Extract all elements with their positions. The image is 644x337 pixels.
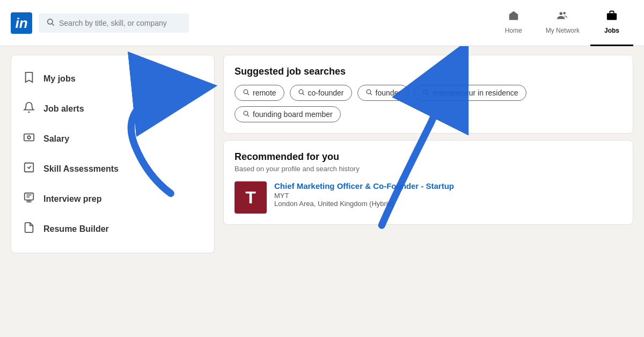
svg-line-16 [303,93,304,95]
chip-label-entrepreneur-in-residence: entrepreneur in residence [433,89,518,97]
svg-point-13 [244,90,248,94]
recommended-title: Recommended for you [235,151,622,163]
svg-point-0 [48,19,53,24]
svg-point-15 [299,90,303,94]
svg-point-3 [564,12,566,14]
search-input[interactable] [59,19,181,27]
my-jobs-icon [22,71,36,86]
job-logo-letter: T [245,188,256,208]
svg-line-14 [247,93,249,95]
chip-label-remote: remote [253,89,276,97]
chip-search-icon-entrepreneur [422,89,429,97]
sidebar-label-salary: Salary [43,134,69,144]
chip-label-founding-board-member: founding board member [253,110,333,119]
chip-co-founder[interactable]: co-founder [290,85,352,101]
svg-rect-4 [607,13,617,20]
search-bar[interactable] [39,13,189,33]
chip-search-icon-founding [243,110,250,119]
nav-label-my-network: My Network [546,27,580,34]
job-logo-myt: T [235,181,267,214]
header-search-icon [46,18,55,28]
job-alerts-icon [22,101,36,116]
nav-label-jobs: Jobs [604,27,619,34]
home-icon [508,10,519,25]
chip-founder[interactable]: founder [357,85,409,101]
job-info: Chief Marketing Officer & Co-Founder - S… [274,181,454,208]
svg-line-20 [427,93,429,95]
recommended-subtitle: Based on your profile and search history [235,165,622,173]
chip-label-co-founder: co-founder [308,89,344,97]
chip-remote[interactable]: remote [235,85,284,101]
svg-point-19 [423,90,428,94]
main-content: My jobs Job alerts Salary [0,46,644,262]
chip-label-founder: founder [376,89,401,97]
chip-search-icon-co-founder [298,89,305,97]
interview-prep-icon [22,192,36,207]
jobs-icon [606,10,618,25]
svg-line-1 [52,24,54,26]
sidebar-item-interview-prep[interactable]: Interview prep [11,184,214,214]
sidebar-label-my-jobs: My jobs [43,74,76,84]
chip-entrepreneur-in-residence[interactable]: entrepreneur in residence [414,85,526,101]
suggested-searches-title: Suggested job searches [235,66,622,77]
linkedin-logo[interactable]: in [11,12,32,34]
job-title-cmo[interactable]: Chief Marketing Officer & Co-Founder - S… [274,181,454,191]
sidebar: My jobs Job alerts Salary [11,55,215,253]
chip-search-icon-founder [365,89,372,97]
svg-rect-5 [24,134,34,141]
nav-item-jobs[interactable]: Jobs [590,0,633,46]
sidebar-item-skill-assessments[interactable]: Skill Assessments [11,154,214,184]
skill-assessments-icon [22,162,36,177]
chip-search-icon-remote [243,89,250,97]
job-location: London Area, United Kingdom (Hybrid) [274,200,454,208]
sidebar-label-skill-assessments: Skill Assessments [43,164,119,174]
recommended-card: Recommended for you Based on your profil… [223,140,633,225]
sidebar-label-interview-prep: Interview prep [43,194,101,204]
salary-icon [22,131,36,146]
sidebar-label-resume-builder: Resume Builder [43,224,109,234]
svg-point-2 [560,12,563,15]
sidebar-item-job-alerts[interactable]: Job alerts [11,94,214,124]
sidebar-item-resume-builder[interactable]: Resume Builder [11,214,214,244]
sidebar-label-job-alerts: Job alerts [43,104,84,114]
suggested-searches-card: Suggested job searches remote co-founder [223,55,633,134]
svg-rect-7 [25,163,34,172]
job-company: MYT [274,192,454,200]
nav-label-home: Home [505,27,522,34]
svg-point-6 [27,136,31,139]
svg-point-17 [367,90,371,94]
chips-container: remote co-founder founder [235,85,622,122]
chip-founding-board-member[interactable]: founding board member [235,106,341,122]
my-network-icon [557,10,568,25]
svg-line-18 [370,93,371,95]
nav-item-my-network[interactable]: My Network [535,0,590,46]
svg-point-21 [244,111,248,115]
svg-line-22 [247,115,249,116]
sidebar-item-salary[interactable]: Salary [11,124,214,154]
sidebar-item-my-jobs[interactable]: My jobs [11,64,214,94]
nav-item-home[interactable]: Home [492,0,535,46]
header: in Home My Network [0,0,644,46]
right-panel: Suggested job searches remote co-founder [223,55,633,253]
header-nav: Home My Network Jobs [492,0,633,46]
job-item-cmo-myt: T Chief Marketing Officer & Co-Founder -… [235,181,622,214]
resume-builder-icon [22,222,36,237]
